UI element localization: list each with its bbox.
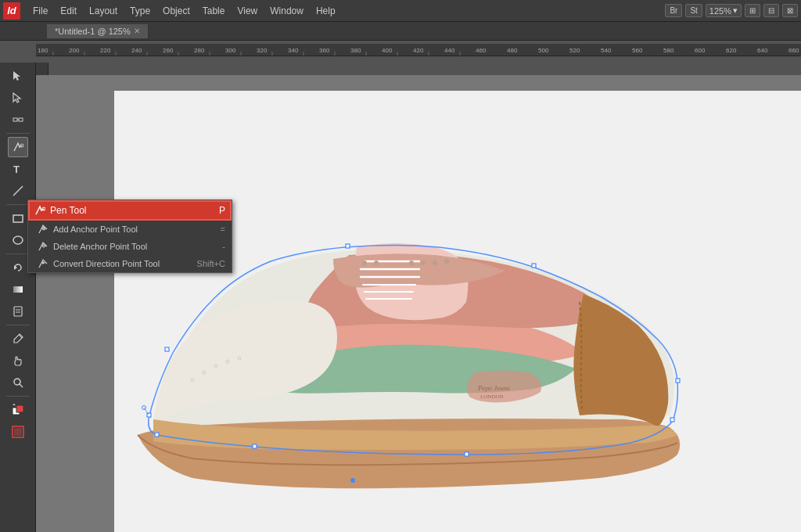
gradient-tool[interactable]: [8, 279, 28, 300]
tab-bar: *Untitled-1 @ 125% ✕: [0, 22, 801, 41]
svg-rect-42: [13, 118, 17, 121]
svg-rect-43: [19, 118, 23, 121]
rectangle-tool[interactable]: [8, 208, 28, 228]
svg-text:280: 280: [194, 47, 205, 54]
layout-btn1[interactable]: ⊞: [745, 4, 760, 17]
svg-text:460: 460: [476, 47, 487, 54]
pen-shortcut: P: [219, 205, 225, 216]
menu-help[interactable]: Help: [310, 3, 342, 19]
menu-window[interactable]: Window: [264, 3, 310, 19]
add-anchor-icon: [38, 224, 48, 235]
canvas-area[interactable]: Pepe Jeans LONDON: [36, 75, 801, 532]
svg-point-56: [14, 379, 20, 385]
svg-rect-119: [155, 433, 159, 437]
tool-separator-1: [6, 133, 30, 134]
menu-view[interactable]: View: [231, 3, 264, 19]
type-tool[interactable]: T: [8, 159, 28, 179]
tool-separator-4: [6, 325, 30, 325]
svg-point-108: [444, 259, 449, 264]
svg-text:180: 180: [38, 47, 48, 54]
pen-tool-menu: Pen Tool P Add Anchor Point Tool =: [27, 200, 232, 273]
delete-anchor-left: Delete Anchor Point Tool: [38, 241, 147, 252]
layout-btn3[interactable]: ⊠: [782, 4, 798, 17]
add-anchor-shortcut: =: [221, 225, 225, 234]
svg-text:380: 380: [350, 47, 361, 54]
menu-layout[interactable]: Layout: [83, 3, 124, 19]
svg-text:520: 520: [569, 47, 580, 54]
svg-text:LONDON: LONDON: [480, 394, 504, 400]
eyedropper-tool[interactable]: [8, 329, 28, 349]
ellipse-tool[interactable]: [8, 230, 28, 250]
svg-point-104: [374, 261, 379, 265]
horizontal-ruler: 180 200 220 240 260 280 300 320 340 360 …: [36, 44, 801, 56]
svg-rect-117: [465, 452, 469, 456]
bridge-btn[interactable]: Br: [665, 4, 682, 17]
pen-tool[interactable]: [8, 137, 28, 157]
svg-point-107: [433, 261, 437, 265]
svg-text:600: 600: [695, 47, 706, 54]
menu-type[interactable]: Type: [124, 3, 156, 19]
shoe-illustration: Pepe Jeans LONDON: [114, 91, 701, 529]
add-anchor-label: Add Anchor Point Tool: [53, 225, 138, 234]
svg-rect-59: [16, 405, 23, 412]
selection-tool[interactable]: [8, 66, 28, 86]
delete-anchor-point-tool[interactable]: Delete Anchor Point Tool -: [28, 238, 232, 255]
convert-direction-shortcut: Shift+C: [197, 259, 225, 268]
convert-direction-point-tool[interactable]: Convert Direction Point Tool Shift+C: [28, 255, 232, 272]
svg-text:500: 500: [538, 47, 549, 54]
app-logo: Id: [3, 2, 20, 20]
svg-marker-41: [13, 93, 20, 102]
add-anchor-point-tool[interactable]: Add Anchor Point Tool =: [28, 221, 232, 238]
zoom-chevron[interactable]: ▾: [733, 5, 738, 16]
transform-tool[interactable]: [8, 257, 28, 278]
convert-direction-left: Convert Direction Point Tool: [38, 258, 160, 269]
menu-bar: Id File Edit Layout Type Object Table Vi…: [0, 0, 801, 22]
menu-file[interactable]: File: [27, 3, 54, 19]
main-area: T: [0, 63, 801, 532]
pen-menu-header[interactable]: Pen Tool P: [28, 200, 232, 221]
line-tool[interactable]: [8, 181, 28, 201]
delete-anchor-label: Delete Anchor Point Tool: [53, 242, 147, 251]
note-tool[interactable]: [8, 301, 28, 322]
fill-stroke-swap[interactable]: [8, 400, 28, 420]
svg-text:560: 560: [632, 47, 643, 54]
svg-text:640: 640: [757, 47, 768, 54]
top-right-controls: Br St 125% ▾ ⊞ ⊟ ⊠: [665, 4, 798, 17]
svg-point-49: [13, 236, 23, 244]
svg-point-106: [421, 261, 426, 265]
tool-separator-5: [6, 396, 30, 397]
menu-edit[interactable]: Edit: [54, 3, 83, 19]
layout-btn2[interactable]: ⊟: [763, 4, 779, 17]
svg-rect-115: [676, 379, 680, 383]
canvas-page: Pepe Jeans LONDON: [114, 91, 801, 532]
zoom-control[interactable]: 125% ▾: [706, 4, 742, 17]
svg-rect-48: [13, 215, 23, 222]
svg-text:480: 480: [507, 47, 518, 54]
hand-tool[interactable]: [8, 350, 28, 371]
zoom-tool[interactable]: [8, 372, 28, 393]
svg-text:420: 420: [413, 47, 424, 54]
tool-separator-3: [6, 253, 30, 254]
add-anchor-left: Add Anchor Point Tool: [38, 224, 138, 235]
left-toolbar: T: [0, 63, 36, 532]
svg-text:400: 400: [382, 47, 393, 54]
menu-table[interactable]: Table: [196, 3, 232, 19]
svg-text:360: 360: [319, 47, 330, 54]
svg-rect-118: [253, 444, 257, 448]
svg-text:260: 260: [163, 47, 174, 54]
svg-text:240: 240: [131, 47, 142, 54]
stock-btn[interactable]: St: [685, 4, 702, 17]
gap-tool[interactable]: [8, 110, 28, 130]
preview-mode-btn[interactable]: [8, 422, 28, 442]
tab-close-btn[interactable]: ✕: [134, 27, 140, 35]
svg-text:220: 220: [100, 47, 111, 54]
svg-text:200: 200: [69, 47, 80, 54]
zoom-value: 125%: [709, 6, 731, 16]
tab-untitled[interactable]: *Untitled-1 @ 125% ✕: [47, 24, 149, 38]
menu-object[interactable]: Object: [156, 3, 196, 19]
svg-text:540: 540: [601, 47, 612, 54]
direct-selection-tool[interactable]: [8, 88, 28, 108]
pen-menu-title: Pen Tool: [50, 205, 86, 216]
svg-line-57: [20, 384, 23, 387]
svg-text:440: 440: [444, 47, 455, 54]
